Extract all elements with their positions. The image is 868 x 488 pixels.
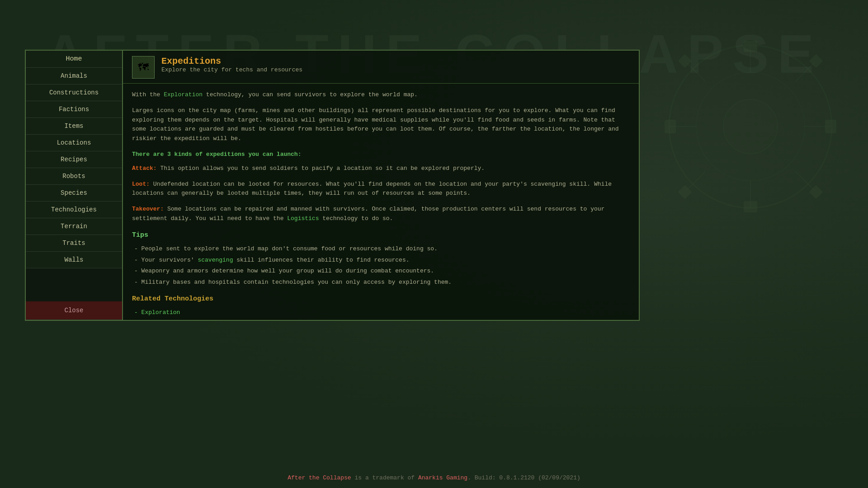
svg-line-9 [795,62,815,82]
footer: After the Collapse is a trademark of Ana… [0,474,868,481]
logistics-link[interactable]: Logistics [287,215,319,222]
content-area: 🗺 Expeditions Explore the city for techs… [123,51,639,320]
tech-link-logistics[interactable]: - Logistics [132,319,630,320]
footer-text1: is a trademark of [351,474,418,481]
tech-link-exploration[interactable]: - Exploration [132,308,630,318]
sidebar-item-terrain[interactable]: Terrain [26,218,122,235]
sidebar-item-items[interactable]: Items [26,118,122,135]
svg-line-10 [686,171,706,191]
background-gear [660,36,841,217]
main-description: Larges icons on the city map (farms, min… [132,106,630,144]
intro-rest: technology, you can send survivors to ex… [203,91,418,98]
sidebar-item-species[interactable]: Species [26,185,122,202]
takeover-label: Takeover: [132,206,164,212]
svg-rect-16 [809,185,823,199]
exploration-link-intro[interactable]: Exploration [164,91,203,98]
footer-text2: . Build: 0.8.1.2120 (02/09/2021) [467,474,580,481]
content-subtitle: Explore the city for techs and resources [161,66,302,73]
svg-rect-18 [678,185,692,199]
content-title-block: Expeditions Explore the city for techs a… [161,56,302,73]
sidebar: Home Animals Constructions Factions Item… [26,51,123,320]
attack-label: Attack: [132,165,157,172]
content-header: 🗺 Expeditions Explore the city for techs… [123,51,639,84]
scavenging-link[interactable]: scavenging [198,257,233,263]
intro-text: With the [132,91,164,98]
sidebar-item-robots[interactable]: Robots [26,168,122,185]
takeover-paragraph: Takeover: Some locations can be repaired… [132,205,630,224]
tip-2: - Your survivors' scavenging skill influ… [132,256,630,265]
svg-rect-14 [825,120,836,133]
tip-4: - Military bases and hospitals contain t… [132,278,630,287]
tip-1: - People sent to explore the world map d… [132,244,630,254]
main-window: Home Animals Constructions Factions Item… [25,50,640,321]
svg-rect-11 [744,41,757,52]
sidebar-item-home[interactable]: Home [26,51,122,68]
content-icon: 🗺 [132,56,155,79]
content-scroll[interactable]: With the Exploration technology, you can… [123,84,639,320]
svg-rect-15 [678,54,692,68]
expedition-icon: 🗺 [138,61,149,74]
svg-point-1 [696,72,805,181]
brand2-text: Anarkis Gaming [418,474,467,481]
svg-line-8 [795,171,815,191]
svg-rect-12 [744,201,757,212]
attack-text: This option allows you to send soldiers … [157,165,485,172]
content-title: Expeditions [161,56,302,66]
brand1-text: After the Collapse [288,474,351,481]
tip-3: - Weaponry and armors determine how well… [132,267,630,276]
sidebar-item-animals[interactable]: Animals [26,68,122,84]
sidebar-item-walls[interactable]: Walls [26,252,122,268]
related-tech-title: Related Technologies [132,294,630,305]
loot-text: Undefended location can be looted for re… [132,181,612,197]
svg-line-7 [686,62,706,82]
intro-paragraph: With the Exploration technology, you can… [132,90,630,100]
attack-paragraph: Attack: This option allows you to send s… [132,164,630,174]
close-button[interactable]: Close [26,301,122,320]
sidebar-item-recipes[interactable]: Recipes [26,151,122,168]
sidebar-item-constructions[interactable]: Constructions [26,84,122,101]
sidebar-item-locations[interactable]: Locations [26,135,122,151]
svg-point-0 [669,45,832,208]
takeover-text-2: technology to do so. [319,215,393,222]
kinds-title: There are 3 kinds of expeditions you can… [132,150,630,160]
sidebar-item-technologies[interactable]: Technologies [26,202,122,218]
svg-rect-13 [665,120,676,133]
tips-title: Tips [132,230,630,241]
sidebar-item-factions[interactable]: Factions [26,101,122,118]
loot-paragraph: Loot: Undefended location can be looted … [132,180,630,199]
svg-point-2 [723,99,778,154]
loot-label: Loot: [132,181,150,188]
svg-rect-17 [809,54,823,68]
sidebar-item-traits[interactable]: Traits [26,235,122,252]
